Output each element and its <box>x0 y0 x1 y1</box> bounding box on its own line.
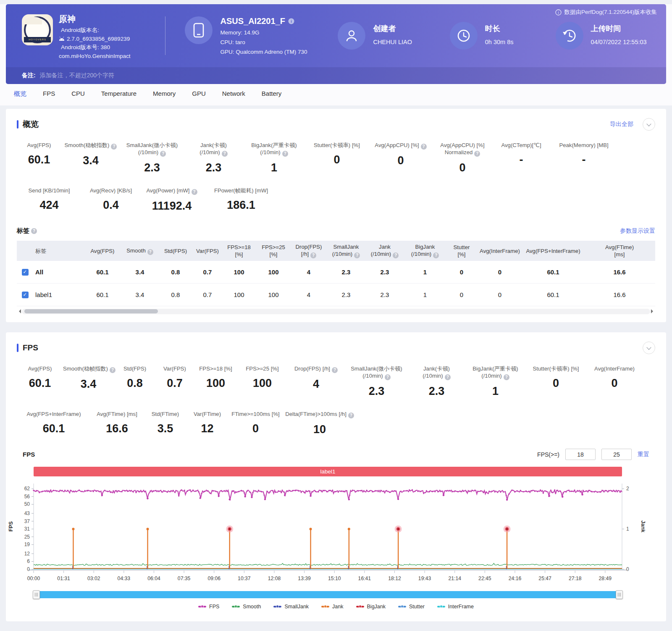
svg-text:19:43: 19:43 <box>418 576 431 581</box>
device-name: ASUS_AI2201_F <box>220 16 285 26</box>
legend-item-InterFrame[interactable]: InterFrame <box>437 604 474 610</box>
slider-handle-right[interactable] <box>616 590 623 599</box>
metric-value: 0 <box>369 154 433 167</box>
metric: FTime>=100ms [%]0 <box>227 410 284 436</box>
labels-table-header: 标签Avg(FPS)Smooth?Std(FPS)Var(FPS)FPS>=18… <box>17 241 655 261</box>
cell-value: 60.1 <box>83 268 122 276</box>
fps-threshold-input-1[interactable] <box>565 449 596 460</box>
scroll-right-arrow-icon[interactable] <box>651 309 655 313</box>
device-info-icon[interactable]: i <box>288 18 294 24</box>
help-icon[interactable]: ? <box>147 249 153 255</box>
reset-link[interactable]: 重置 <box>638 451 649 458</box>
legend-marker-dot <box>440 605 443 608</box>
fps-chart: label1 62565043373125191260210FPSJank00:… <box>6 467 666 615</box>
upload-time-label: 上传时间 <box>591 24 647 34</box>
column-header: 标签 <box>17 245 83 257</box>
help-icon[interactable]: ? <box>504 374 509 380</box>
tab-fps[interactable]: FPS <box>43 90 55 98</box>
help-icon[interactable]: ? <box>385 374 391 380</box>
tab-network[interactable]: Network <box>222 90 245 98</box>
legend-item-FPS[interactable]: FPS <box>198 604 219 610</box>
tab-gpu[interactable]: GPU <box>192 90 206 98</box>
help-icon[interactable]: ? <box>421 144 427 150</box>
column-header: Avg(FPS) <box>83 245 122 257</box>
help-icon[interactable]: ? <box>160 151 166 157</box>
legend-item-Stutter[interactable]: Stutter <box>398 604 425 610</box>
slider-handle-left[interactable] <box>33 590 40 599</box>
clock-icon <box>450 22 478 50</box>
tab-overview[interactable]: 概览 <box>14 90 26 98</box>
metric: Avg(AppCPU) [%]?0 <box>369 142 433 174</box>
tab-memory[interactable]: Memory <box>153 90 176 98</box>
row-checkbox[interactable] <box>22 292 29 298</box>
metric: FPS>=25 [%]100 <box>238 365 287 398</box>
metric-label: BigJank(严重卡顿)(/10min)? <box>243 142 305 157</box>
metric-label: Avg(FPS+InterFrame) <box>17 410 91 418</box>
help-icon[interactable]: ? <box>222 151 228 157</box>
help-icon[interactable]: ? <box>433 252 439 258</box>
row-checkbox[interactable] <box>22 269 29 276</box>
help-icon[interactable]: ? <box>192 189 197 195</box>
legend-item-SmallJank[interactable]: SmallJank <box>273 604 309 610</box>
metric-value: 3.4 <box>63 378 114 391</box>
header-divider <box>165 16 165 55</box>
column-header: BigJank(/10min)? <box>404 241 446 261</box>
legend-label: FPS <box>209 604 219 610</box>
export-all-link[interactable]: 导出全部 <box>610 121 633 128</box>
help-icon[interactable]: ? <box>31 228 37 234</box>
svg-text:04:33: 04:33 <box>118 576 131 581</box>
legend-marker-dot <box>359 605 362 608</box>
help-icon[interactable]: ? <box>474 151 480 157</box>
cell-value: 100 <box>256 268 291 276</box>
param-display-settings-link[interactable]: 参数显示设置 <box>620 227 655 235</box>
note-row[interactable]: 备注: 添加备注，不超过200个字符 <box>6 67 666 84</box>
column-header: SmallJank(/10min)? <box>327 241 365 261</box>
metric: BigJank(严重卡顿)(/10min)?1 <box>465 365 525 398</box>
svg-text:31: 31 <box>24 526 30 532</box>
metric: Avg(Recv) [KB/s]0.4 <box>81 187 140 213</box>
svg-text:0: 0 <box>27 566 30 572</box>
metric: Jank(卡顿)(/10min)?2.3 <box>184 142 243 174</box>
svg-text:37: 37 <box>24 518 30 524</box>
metric: Stutter(卡顿率) [%]0 <box>525 365 586 398</box>
table-row-All[interactable]: All60.13.40.80.710010042.32.310060.116.6 <box>17 261 655 284</box>
fps-threshold-input-2[interactable] <box>601 449 632 460</box>
legend-label: SmallJank <box>284 604 309 610</box>
metric-label: Smooth(稳帧指数)? <box>61 142 120 150</box>
metric-label: Avg(AppCPU) [%]Normalized? <box>433 142 492 157</box>
tab-cpu[interactable]: CPU <box>71 90 85 98</box>
scroll-left-arrow-icon[interactable] <box>17 309 21 313</box>
help-icon[interactable]: ? <box>332 367 338 373</box>
help-icon[interactable]: ? <box>393 252 399 258</box>
metric-value: 12 <box>187 422 227 435</box>
metric-value: 2.3 <box>120 161 184 174</box>
svg-text:12:08: 12:08 <box>268 576 281 581</box>
metric-value: 3.4 <box>61 154 120 167</box>
app-section: HOYOVERS 原神 Android版本名: 2.7.0_6933856_69… <box>22 13 165 59</box>
help-icon[interactable]: ? <box>282 151 288 157</box>
collapse-overview-button[interactable] <box>643 118 655 131</box>
upload-time-value: 04/07/2022 12:55:03 <box>591 39 647 45</box>
help-icon[interactable]: ? <box>111 144 117 150</box>
hscroll-thumb[interactable] <box>24 309 158 313</box>
metric-label: Delta(FTime)>100ms [/h]? <box>284 410 355 418</box>
help-icon[interactable]: ? <box>354 252 360 258</box>
svg-text:03:02: 03:02 <box>87 576 100 581</box>
metric: Drop(FPS) [/h]?4 <box>287 365 345 398</box>
tab-battery[interactable]: Battery <box>262 90 282 98</box>
legend-item-BigJank[interactable]: BigJank <box>356 604 386 610</box>
table-row-label1[interactable]: label160.13.40.80.710010042.32.310060.11… <box>17 284 655 306</box>
help-icon[interactable]: ? <box>348 413 354 418</box>
legend-item-Jank[interactable]: Jank <box>321 604 343 610</box>
legend-item-Smooth[interactable]: Smooth <box>232 604 261 610</box>
fps-chart-plot[interactable]: 62565043373125191260210FPSJank00:0001:31… <box>6 481 666 589</box>
help-icon[interactable]: ? <box>445 374 451 380</box>
collapse-fps-button[interactable] <box>643 342 655 354</box>
chevron-down-icon <box>646 121 651 126</box>
metric-value: 60.1 <box>17 422 91 435</box>
help-icon[interactable]: ? <box>310 252 316 258</box>
hscroll-track[interactable] <box>22 309 650 314</box>
metric-label: Avg(Power) [mW]? <box>140 187 203 195</box>
tab-temperature[interactable]: Temperature <box>101 90 136 98</box>
chart-range-slider[interactable] <box>34 591 622 598</box>
